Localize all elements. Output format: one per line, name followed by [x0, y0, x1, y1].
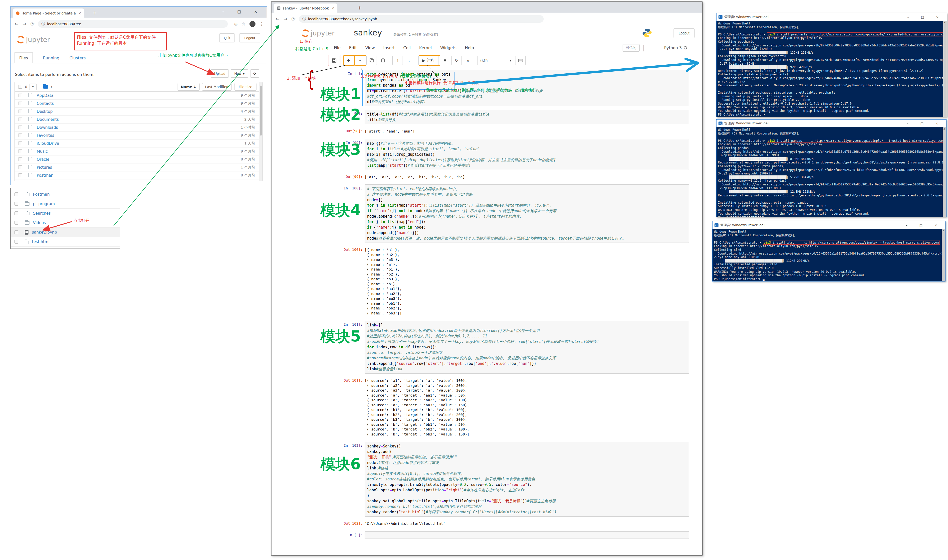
upload-button[interactable]: Upload	[211, 69, 229, 78]
code-input[interactable]: title=list(df)#把df对象使用list函数转化为集合赋值给变量ti…	[365, 110, 689, 124]
move-up-button[interactable]: ↑	[392, 55, 403, 65]
list-item[interactable]: Postman	[11, 190, 120, 199]
menu-view[interactable]: View	[365, 45, 375, 50]
code-cell[interactable]: In [98]:title=list(df)#把df对象使用list函数转化为集…	[335, 110, 689, 134]
url-field[interactable]: ⓘ localhost:8888/notebooks/sankey.ipynb	[299, 15, 544, 23]
paste-cell-button[interactable]	[378, 55, 388, 65]
code-cell[interactable]: In [100]:# 下面循环获取start, end列的内容添加到node中。…	[335, 185, 689, 316]
table-row[interactable]: Documents2 天前	[15, 115, 262, 123]
file-link[interactable]: Desktop	[37, 109, 53, 114]
file-link[interactable]: Postman	[37, 173, 54, 178]
code-input[interactable]: # 下面循环获取start, end列的内容添加到node中。# 这里要注意, …	[365, 185, 689, 243]
run-button[interactable]: ▶运行	[418, 55, 439, 65]
table-row[interactable]: AppData9 个月前	[15, 92, 262, 100]
sort-name-button[interactable]: Name↓	[177, 83, 200, 91]
menu-widgets[interactable]: Widgets	[440, 45, 456, 50]
restart-run-all-button[interactable]: »	[463, 55, 473, 65]
move-down-button[interactable]: ↓	[404, 55, 414, 65]
add-cell-button[interactable]: +	[344, 55, 354, 65]
tab-files[interactable]: Files	[14, 52, 33, 63]
file-link[interactable]: Music	[37, 149, 48, 154]
menu-insert[interactable]: Insert	[383, 45, 395, 50]
ps-scrollbar[interactable]	[942, 229, 945, 281]
logout-button[interactable]: Logout	[674, 28, 695, 38]
row-checkbox[interactable]	[18, 117, 22, 121]
info-icon[interactable]: ⓘ	[42, 22, 45, 26]
code-input[interactable]: map={}#定义一个字典类型，相当于Java中的Map。for i in ti…	[365, 139, 689, 170]
row-checkbox[interactable]	[14, 230, 18, 234]
menu-edit[interactable]: Edit	[349, 45, 357, 50]
table-row[interactable]: iCloudDrive1 天前	[15, 140, 262, 148]
url-field[interactable]: ⓘ localhost:8888/tree	[38, 20, 228, 28]
notebook-title[interactable]: sankey	[354, 28, 382, 37]
table-row[interactable]: Contacts9 个月前	[15, 100, 262, 108]
save-button[interactable]	[329, 55, 339, 65]
tab-close-icon[interactable]: ×	[331, 6, 334, 10]
window-controls[interactable]: – □ ×	[906, 223, 943, 227]
list-item[interactable]: test.html	[11, 237, 120, 246]
restart-kernel-button[interactable]: ↻	[451, 55, 462, 65]
row-checkbox[interactable]	[18, 174, 22, 177]
jupyter-logo[interactable]: jupyter	[300, 28, 334, 38]
table-row[interactable]: Oracle8 个月前	[15, 155, 262, 163]
file-link[interactable]: Postman	[33, 192, 50, 197]
row-checkbox[interactable]	[14, 240, 18, 243]
menu-kernel[interactable]: Kernel	[419, 45, 432, 50]
file-link[interactable]: AppData	[37, 93, 54, 98]
reload-icon[interactable]: ⟳	[291, 16, 296, 22]
tab-close-icon[interactable]: ×	[79, 11, 82, 15]
list-item[interactable]: pt-program	[11, 199, 120, 209]
menu-dots-icon[interactable]: ⋮	[259, 22, 264, 26]
list-item[interactable]: Searches	[11, 209, 120, 218]
file-link[interactable]: Oracle	[37, 157, 49, 162]
file-link[interactable]: Downloads	[37, 125, 58, 130]
command-palette-button[interactable]	[515, 55, 526, 65]
sort-modified-button[interactable]: Last Modified	[202, 83, 231, 91]
row-checkbox[interactable]	[18, 149, 22, 153]
row-checkbox[interactable]	[14, 192, 18, 196]
zoom-icon[interactable]: ⊕	[234, 22, 238, 26]
code-input[interactable]: link=[]#循环DataFrame里的行内容,这里使用index,row两个…	[365, 321, 689, 374]
row-checkbox[interactable]	[18, 94, 22, 97]
window-controls[interactable]: – □ ×	[907, 15, 944, 19]
file-link[interactable]: iCloudDrive	[37, 141, 59, 146]
code-cell[interactable]: In [ ]:	[335, 531, 689, 539]
logout-button[interactable]: Logout	[239, 34, 260, 42]
list-item[interactable]: Videos	[11, 218, 120, 228]
ps-scrollbar[interactable]	[943, 127, 946, 217]
code-cell[interactable]: In [101]:link=[]#循环DataFrame里的行内容,这里使用in…	[335, 321, 689, 437]
file-link[interactable]: pt-program	[33, 202, 55, 206]
copy-cell-button[interactable]	[366, 55, 377, 65]
file-link[interactable]: Pictures	[37, 165, 52, 170]
window-controls[interactable]: – □ ×	[907, 122, 944, 125]
code-cell[interactable]: In [102]:sankey=Sankey()sankey.add( "测试:…	[335, 442, 689, 526]
row-checkbox[interactable]	[14, 202, 18, 206]
code-input[interactable]	[365, 531, 689, 539]
root-folder-icon[interactable]	[43, 85, 48, 89]
table-row[interactable]: Postman8 个月前	[15, 171, 262, 179]
file-link[interactable]: Favorites	[37, 133, 54, 138]
forward-icon[interactable]: →	[284, 16, 287, 22]
ps-titlebar[interactable]: >_ 管理员: Windows PowerShell – □ ×	[717, 120, 946, 127]
menu-help[interactable]: Help	[465, 45, 474, 50]
tab-running[interactable]: Running	[39, 52, 64, 63]
menu-file[interactable]: File	[334, 45, 341, 50]
refresh-button[interactable]: ⟳	[250, 69, 259, 78]
table-row[interactable]: Favorites9 个月前	[15, 132, 262, 140]
new-dropdown-button[interactable]: New▾	[231, 69, 248, 78]
row-checkbox[interactable]	[18, 109, 22, 113]
quit-button[interactable]: Quit	[219, 34, 235, 42]
table-row[interactable]: Downloads1 小时前	[15, 123, 262, 132]
row-checkbox[interactable]	[14, 221, 18, 225]
window-controls[interactable]: – □ ×	[222, 9, 263, 14]
forward-icon[interactable]: →	[23, 21, 26, 27]
select-dropdown[interactable]: ▾	[29, 84, 37, 90]
list-item[interactable]: sankey.ipynb	[11, 228, 120, 237]
browser-tab[interactable]: Home Page - Select or create a ×	[13, 8, 84, 18]
menu-cell[interactable]: Cell	[403, 45, 411, 50]
file-link[interactable]: test.html	[32, 240, 49, 244]
reload-icon[interactable]: ⟳	[31, 21, 34, 27]
ps-titlebar[interactable]: >_ 管理员: Windows PowerShell – □ ×	[712, 222, 945, 229]
ps-titlebar[interactable]: >_ 管理员: Windows PowerShell – □ ×	[717, 13, 947, 21]
root-path[interactable]: /	[51, 85, 52, 89]
